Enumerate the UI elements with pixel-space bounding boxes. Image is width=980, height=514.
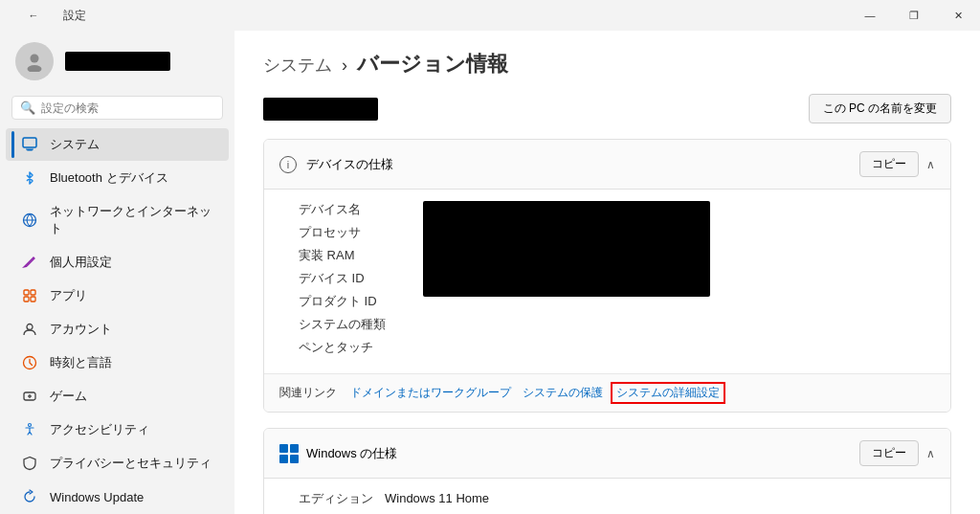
- spec-label-product-id: プロダクト ID: [299, 293, 404, 310]
- nav-icon-accessibility: [21, 421, 38, 438]
- sidebar-item-privacy[interactable]: プライバシーとセキュリティ: [6, 447, 229, 480]
- device-specs-header: i デバイスの仕様 コピー ∧: [264, 140, 950, 190]
- nav-icon-privacy: [21, 455, 38, 472]
- titlebar-left: ← 設定: [11, 0, 86, 31]
- sidebar: 🔍 システムBluetooth とデバイスネットワークとインターネット個人用設定…: [0, 31, 234, 514]
- windows-specs-copy-button[interactable]: コピー: [859, 440, 919, 466]
- titlebar-controls: — ❐ ✕: [848, 0, 980, 31]
- sidebar-item-account[interactable]: アカウント: [6, 313, 229, 346]
- nav-icon-account: [21, 321, 38, 338]
- search-box[interactable]: 🔍: [11, 96, 223, 120]
- nav-icon-gaming: [21, 388, 38, 405]
- related-link-protection[interactable]: システムの保護: [519, 383, 607, 403]
- svg-rect-8: [24, 297, 29, 302]
- spec-row-pen-touch: ペンとタッチ: [299, 339, 404, 356]
- sidebar-item-network[interactable]: ネットワークとインターネット: [6, 195, 229, 245]
- sidebar-item-apps[interactable]: アプリ: [6, 279, 229, 312]
- breadcrumb-current: バージョン情報: [357, 52, 508, 76]
- info-icon: i: [279, 156, 297, 173]
- pc-name-row: この PC の名前を変更: [263, 94, 951, 123]
- spec-row-ram: 実装 RAM: [299, 247, 404, 264]
- content-inner: システム › バージョン情報 この PC の名前を変更 i デバイスの仕様 コピ…: [234, 31, 980, 514]
- device-specs-values-redacted: [423, 201, 710, 297]
- device-specs-chevron[interactable]: ∧: [926, 158, 935, 171]
- spec-row-product-id: プロダクト ID: [299, 293, 404, 310]
- content-area: システム › バージョン情報 この PC の名前を変更 i デバイスの仕様 コピ…: [234, 31, 980, 514]
- svg-point-1: [28, 65, 42, 72]
- spec-row-device-id: デバイス ID: [299, 270, 404, 287]
- svg-point-15: [29, 424, 32, 427]
- avatar: [15, 42, 54, 80]
- device-specs-section: i デバイスの仕様 コピー ∧ デバイス名: [263, 139, 951, 413]
- windows-specs-controls: コピー ∧: [859, 440, 935, 466]
- sidebar-item-system[interactable]: システム: [6, 128, 229, 161]
- pc-name-box: [263, 98, 378, 121]
- spec-row-system-type: システムの種類: [299, 316, 404, 333]
- sidebar-item-bluetooth[interactable]: Bluetooth とデバイス: [6, 162, 229, 194]
- related-link-domain[interactable]: ドメインまたはワークグループ: [346, 383, 515, 403]
- nav-icon-update: [21, 488, 38, 505]
- breadcrumb: システム › バージョン情報: [263, 50, 951, 78]
- nav-label-bluetooth: Bluetooth とデバイス: [50, 169, 168, 187]
- sidebar-item-accessibility[interactable]: アクセシビリティ: [6, 413, 229, 446]
- spec-label-system-type: システムの種類: [299, 316, 404, 333]
- device-specs-labels: デバイス名 プロセッサ 実装 RAM デバイス ID: [299, 201, 404, 362]
- nav-icon-bluetooth: [21, 169, 38, 187]
- nav-icon-time: [21, 354, 38, 371]
- titlebar: ← 設定 — ❐ ✕: [0, 0, 980, 31]
- svg-point-10: [27, 324, 33, 330]
- svg-rect-2: [23, 138, 36, 147]
- nav-label-apps: アプリ: [50, 287, 87, 304]
- sidebar-header: [0, 31, 234, 88]
- nav-label-privacy: プライバシーとセキュリティ: [50, 455, 212, 472]
- device-specs-title: デバイスの仕様: [306, 156, 393, 173]
- nav-label-accessibility: アクセシビリティ: [50, 421, 149, 438]
- spec-row-device-name: デバイス名: [299, 201, 404, 218]
- spec-label-processor: プロセッサ: [299, 224, 404, 241]
- sidebar-item-update[interactable]: Windows Update: [6, 480, 229, 513]
- minimize-button[interactable]: —: [848, 0, 892, 31]
- rename-pc-button[interactable]: この PC の名前を変更: [809, 94, 951, 123]
- spec-label-ram: 実装 RAM: [299, 247, 404, 264]
- windows-specs-title: Windows の仕様: [306, 445, 397, 462]
- windows-specs-section: Windows の仕様 コピー ∧ エディション Windows 11 Home…: [263, 428, 951, 514]
- search-icon: 🔍: [20, 101, 35, 115]
- nav-icon-network: [21, 212, 38, 229]
- win-spec-label-edition: エディション: [299, 490, 385, 507]
- sidebar-item-time[interactable]: 時刻と言語: [6, 346, 229, 379]
- nav-label-network: ネットワークとインターネット: [50, 203, 213, 237]
- windows-specs-chevron[interactable]: ∧: [926, 447, 935, 460]
- win-spec-row-edition: エディション Windows 11 Home: [299, 490, 935, 507]
- nav-container: システムBluetooth とデバイスネットワークとインターネット個人用設定アプ…: [0, 127, 234, 514]
- nav-icon-system: [21, 136, 38, 153]
- svg-rect-9: [31, 297, 35, 302]
- related-links: 関連リンク ドメインまたはワークグループ システムの保護 システムの詳細設定: [264, 373, 950, 412]
- back-button[interactable]: ←: [11, 0, 56, 31]
- breadcrumb-separator: ›: [342, 56, 347, 75]
- search-input[interactable]: [41, 101, 214, 115]
- app-container: 🔍 システムBluetooth とデバイスネットワークとインターネット個人用設定…: [0, 31, 980, 514]
- sidebar-item-personal[interactable]: 個人用設定: [6, 246, 229, 279]
- device-specs-copy-button[interactable]: コピー: [859, 151, 919, 177]
- nav-label-system: システム: [50, 136, 100, 153]
- win-spec-value-edition: Windows 11 Home: [385, 491, 489, 505]
- windows-logo-icon: [279, 444, 299, 463]
- device-specs-controls: コピー ∧: [859, 151, 935, 177]
- svg-rect-6: [24, 290, 29, 295]
- nav-label-personal: 個人用設定: [50, 254, 112, 271]
- nav-icon-apps: [21, 287, 38, 304]
- restore-button[interactable]: ❐: [892, 0, 936, 31]
- nav-label-account: アカウント: [50, 321, 112, 338]
- device-specs-title-row: i デバイスの仕様: [279, 156, 393, 173]
- svg-rect-7: [31, 290, 35, 295]
- related-link-advanced[interactable]: システムの詳細設定: [611, 382, 725, 404]
- device-specs-body: デバイス名 プロセッサ 実装 RAM デバイス ID: [264, 190, 950, 373]
- spec-label-pen-touch: ペンとタッチ: [299, 339, 404, 356]
- breadcrumb-parent[interactable]: システム: [263, 56, 332, 75]
- windows-specs-header: Windows の仕様 コピー ∧: [264, 429, 950, 479]
- close-button[interactable]: ✕: [936, 0, 980, 31]
- windows-specs-body: エディション Windows 11 Home バージョン 22H2 インストール…: [264, 479, 950, 514]
- sidebar-item-gaming[interactable]: ゲーム: [6, 380, 229, 413]
- spec-label-device-id: デバイス ID: [299, 270, 404, 287]
- related-links-label: 関連リンク: [279, 385, 337, 401]
